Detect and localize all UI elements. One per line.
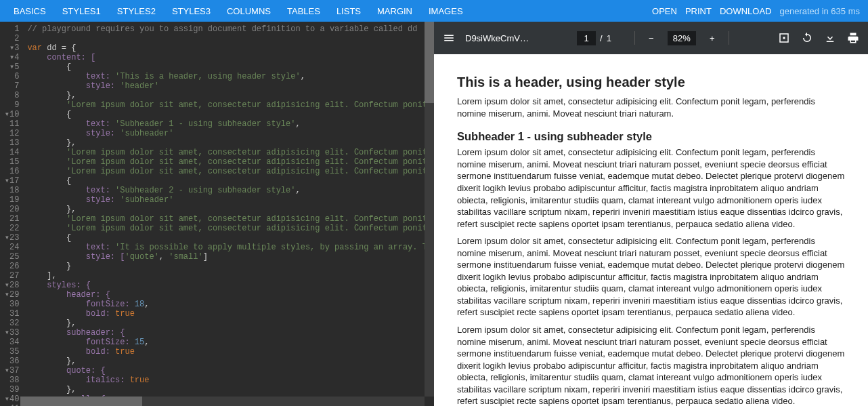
editor-horizontal-scrollbar[interactable] <box>20 397 425 406</box>
zoom-in-icon[interactable]: + <box>706 31 719 45</box>
zoom-controls: − 82% + <box>634 31 729 45</box>
nav-lists[interactable]: LISTS <box>331 3 366 19</box>
pdf-filename: D9siWkeCmV… <box>465 33 529 43</box>
nav-actions: OPEN PRINT DOWNLOAD generated in 635 ms <box>652 6 860 16</box>
doc-subheader-1: Subheader 1 - using subheader style <box>457 129 845 144</box>
print-icon[interactable] <box>846 31 860 45</box>
nav-basics[interactable]: BASICS <box>8 3 51 19</box>
main-area: 12 ▾3 ▾4 ▾5 678 9 ▾10 111213 141516 ▾17 … <box>0 22 868 406</box>
toolbar-separator <box>634 31 635 45</box>
top-nav: BASICS STYLES1 STYLES2 STYLES3 COLUMNS T… <box>0 0 868 22</box>
doc-paragraph: Lorem ipsum dolor sit amet, consectetur … <box>457 324 845 406</box>
print-button[interactable]: PRINT <box>685 6 712 16</box>
line-gutter: 12 ▾3 ▾4 ▾5 678 9 ▾10 111213 141516 ▾17 … <box>0 22 24 406</box>
toolbar-separator <box>729 31 729 45</box>
nav-styles3[interactable]: STYLES3 <box>167 3 216 19</box>
pdf-preview: D9siWkeCmV… / 1 − 82% + This is a heade <box>434 22 868 406</box>
nav-tables[interactable]: TABLES <box>282 3 326 19</box>
download-icon[interactable] <box>823 31 837 45</box>
open-button[interactable]: OPEN <box>652 6 677 16</box>
doc-paragraph: Lorem ipsum dolor sit amet, consectetur … <box>457 235 845 319</box>
generated-time: generated in 635 ms <box>779 6 860 16</box>
scrollbar-thumb[interactable] <box>20 397 142 406</box>
zoom-level[interactable]: 82% <box>668 31 696 45</box>
doc-header: This is a header, using header style <box>457 73 845 92</box>
nav-tabs: BASICS STYLES1 STYLES2 STYLES3 COLUMNS T… <box>8 3 469 19</box>
page-total: 1 <box>607 33 611 43</box>
page-current-input[interactable] <box>577 31 596 45</box>
nav-styles2[interactable]: STYLES2 <box>112 3 161 19</box>
nav-margin[interactable]: MARGIN <box>372 3 418 19</box>
scrollbar-thumb[interactable] <box>425 22 434 103</box>
editor-vertical-scrollbar[interactable] <box>425 22 434 397</box>
svg-rect-1 <box>783 37 785 39</box>
page-separator: / <box>600 33 603 43</box>
toolbar-right <box>777 31 860 45</box>
pdf-toolbar: D9siWkeCmV… / 1 − 82% + <box>434 22 868 54</box>
doc-paragraph: Lorem ipsum dolor sit amet, consectetur … <box>457 146 845 230</box>
nav-images[interactable]: IMAGES <box>423 3 469 19</box>
zoom-out-icon[interactable]: − <box>645 31 658 45</box>
code-content[interactable]: // playground requires you to assign doc… <box>24 22 434 406</box>
fit-page-icon[interactable] <box>777 31 791 45</box>
rotate-icon[interactable] <box>800 31 814 45</box>
code-editor[interactable]: 12 ▾3 ▾4 ▾5 678 9 ▾10 111213 141516 ▾17 … <box>0 22 434 406</box>
pdf-document[interactable]: This is a header, using header style Lor… <box>434 54 868 406</box>
menu-icon[interactable] <box>442 31 456 45</box>
doc-paragraph: Lorem ipsum dolor sit amet, consectetur … <box>457 96 845 119</box>
download-button[interactable]: DOWNLOAD <box>720 6 772 16</box>
nav-columns[interactable]: COLUMNS <box>221 3 276 19</box>
nav-styles1[interactable]: STYLES1 <box>57 3 106 19</box>
page-indicator: / 1 <box>577 31 611 45</box>
